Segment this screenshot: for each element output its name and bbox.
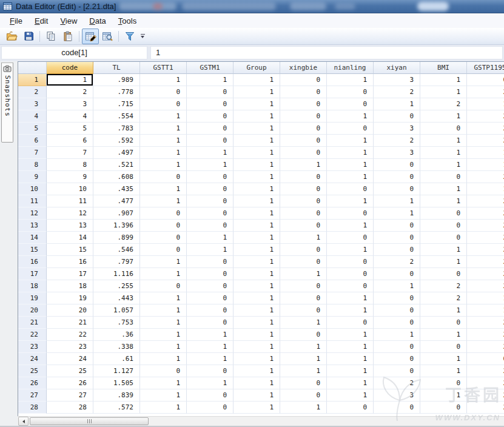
cell-TL-25[interactable]: 1.127 xyxy=(93,365,140,377)
cell-GSTT1-28[interactable]: 1 xyxy=(140,402,187,414)
cell-BMI-3[interactable]: 2 xyxy=(420,98,467,110)
cell-GSTP1195-7[interactable]: 1 xyxy=(467,147,504,159)
cell-BMI-6[interactable]: 1 xyxy=(420,135,467,147)
cell-xingbie-11[interactable]: 0 xyxy=(280,195,327,207)
cell-nianling-6[interactable]: 1 xyxy=(327,135,374,147)
cell-TL-28[interactable]: .572 xyxy=(93,402,140,414)
cell-GSTM1-19[interactable]: 0 xyxy=(187,292,234,304)
row-header-10[interactable]: 10 xyxy=(18,183,47,195)
cell-code-5[interactable]: 5 xyxy=(47,123,93,135)
cell-nianling-27[interactable]: 1 xyxy=(327,389,374,402)
cell-BMI-17[interactable]: 0 xyxy=(420,268,467,280)
cell-BMI-7[interactable]: 1 xyxy=(420,147,467,159)
row-header-13[interactable]: 13 xyxy=(18,220,47,232)
column-header-GSTM1[interactable]: GSTM1 xyxy=(187,62,234,74)
cell-xiyan-13[interactable]: 0 xyxy=(374,220,420,232)
cell-BMI-26[interactable]: 0 xyxy=(420,377,467,389)
row-header-15[interactable]: 15 xyxy=(18,244,47,256)
cell-xingbie-18[interactable]: 0 xyxy=(280,280,327,292)
cell-xingbie-5[interactable]: 0 xyxy=(280,123,327,135)
cell-GSTM1-4[interactable]: 0 xyxy=(187,110,234,123)
cell-xingbie-26[interactable]: 0 xyxy=(280,377,327,389)
cell-xiyan-10[interactable]: 0 xyxy=(374,183,420,195)
cell-TL-14[interactable]: .899 xyxy=(93,232,140,244)
cell-TL-5[interactable]: .783 xyxy=(93,123,140,135)
cell-Group-27[interactable]: 1 xyxy=(234,389,280,402)
cell-code-17[interactable]: 17 xyxy=(47,268,93,280)
cell-GSTP1195-26[interactable]: 2 xyxy=(467,377,504,389)
cell-GSTT1-11[interactable]: 1 xyxy=(140,195,187,207)
cell-GSTT1-17[interactable]: 1 xyxy=(140,268,187,280)
cell-xiyan-19[interactable]: 0 xyxy=(374,292,420,304)
cell-nianling-21[interactable]: 0 xyxy=(327,317,374,329)
cell-GSTT1-14[interactable]: 0 xyxy=(140,232,187,244)
cell-nianling-7[interactable]: 1 xyxy=(327,147,374,159)
cell-GSTT1-26[interactable]: 1 xyxy=(140,377,187,389)
row-header-16[interactable]: 16 xyxy=(18,256,47,268)
cell-GSTP1195-3[interactable]: 1 xyxy=(467,98,504,110)
cell-xingbie-25[interactable]: 1 xyxy=(280,365,327,377)
cell-GSTM1-13[interactable]: 0 xyxy=(187,220,234,232)
cell-GSTM1-20[interactable]: 0 xyxy=(187,304,234,317)
cell-TL-18[interactable]: .255 xyxy=(93,280,140,292)
cell-BMI-13[interactable]: 0 xyxy=(420,220,467,232)
cell-xiyan-2[interactable]: 2 xyxy=(374,86,420,98)
cell-code-3[interactable]: 3 xyxy=(47,98,93,110)
open-button[interactable] xyxy=(3,29,20,44)
edit-mode-button[interactable] xyxy=(82,29,99,44)
cell-GSTP1195-19[interactable]: 1 xyxy=(467,292,504,304)
cell-nianling-22[interactable]: 1 xyxy=(327,329,374,341)
cell-Group-15[interactable]: 1 xyxy=(234,244,280,256)
cell-TL-13[interactable]: 1.396 xyxy=(93,220,140,232)
row-header-6[interactable]: 6 xyxy=(18,135,47,147)
cell-value-input[interactable]: 1 xyxy=(150,46,503,59)
cell-GSTP1195-23[interactable]: 2 xyxy=(467,341,504,353)
cell-GSTP1195-11[interactable]: 2 xyxy=(467,195,504,207)
cell-BMI-12[interactable]: 0 xyxy=(420,207,467,220)
scroll-left-button[interactable] xyxy=(18,417,29,426)
column-header-xiyan[interactable]: xiyan xyxy=(374,62,420,74)
row-header-2[interactable]: 2 xyxy=(18,86,47,98)
row-header-17[interactable]: 17 xyxy=(18,268,47,280)
cell-Group-8[interactable]: 1 xyxy=(234,159,280,171)
cell-GSTP1195-21[interactable]: 2 xyxy=(467,317,504,329)
cell-GSTT1-18[interactable]: 0 xyxy=(140,280,187,292)
column-header-GSTT1[interactable]: GSTT1 xyxy=(140,62,187,74)
cell-Group-28[interactable]: 1 xyxy=(234,402,280,414)
cell-Group-13[interactable]: 1 xyxy=(234,220,280,232)
cell-xingbie-17[interactable]: 1 xyxy=(280,268,327,280)
cell-TL-9[interactable]: .608 xyxy=(93,171,140,183)
cell-TL-10[interactable]: .435 xyxy=(93,183,140,195)
cell-GSTP1195-2[interactable]: 2 xyxy=(467,86,504,98)
cell-BMI-8[interactable]: 1 xyxy=(420,159,467,171)
cell-nianling-28[interactable]: 0 xyxy=(327,402,374,414)
row-header-25[interactable]: 25 xyxy=(18,365,47,377)
column-header-nianling[interactable]: nianling xyxy=(327,62,374,74)
cell-Group-5[interactable]: 1 xyxy=(234,123,280,135)
row-header-26[interactable]: 26 xyxy=(18,377,47,389)
cell-nianling-15[interactable]: 1 xyxy=(327,244,374,256)
row-header-24[interactable]: 24 xyxy=(18,353,47,365)
cell-GSTP1195-24[interactable]: 0 xyxy=(467,353,504,365)
cell-xiyan-25[interactable]: 0 xyxy=(374,365,420,377)
cell-nianling-8[interactable]: 1 xyxy=(327,159,374,171)
cell-BMI-24[interactable]: 1 xyxy=(420,353,467,365)
cell-Group-11[interactable]: 1 xyxy=(234,195,280,207)
cell-code-26[interactable]: 26 xyxy=(47,377,93,389)
cell-BMI-14[interactable]: 0 xyxy=(420,232,467,244)
menu-item-data[interactable]: Data xyxy=(83,15,112,27)
cell-BMI-27[interactable]: 1 xyxy=(420,389,467,402)
cell-BMI-4[interactable]: 1 xyxy=(420,110,467,123)
cell-xiyan-17[interactable]: 0 xyxy=(374,268,420,280)
cell-nianling-18[interactable]: 0 xyxy=(327,280,374,292)
cell-BMI-23[interactable]: 0 xyxy=(420,341,467,353)
cell-nianling-17[interactable]: 0 xyxy=(327,268,374,280)
cell-GSTM1-12[interactable]: 0 xyxy=(187,207,234,220)
cell-code-13[interactable]: 13 xyxy=(47,220,93,232)
cell-GSTP1195-12[interactable]: 2 xyxy=(467,207,504,220)
cell-code-14[interactable]: 14 xyxy=(47,232,93,244)
cell-GSTM1-16[interactable]: 0 xyxy=(187,256,234,268)
cell-xiyan-20[interactable]: 0 xyxy=(374,304,420,317)
cell-TL-19[interactable]: .443 xyxy=(93,292,140,304)
cell-BMI-19[interactable]: 2 xyxy=(420,292,467,304)
